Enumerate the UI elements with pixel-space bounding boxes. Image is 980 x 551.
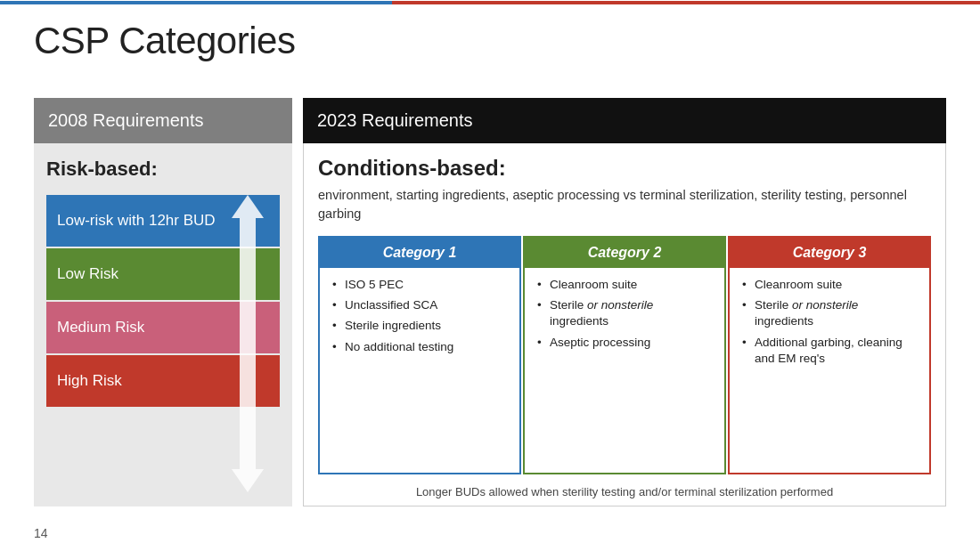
- category-2-body: Cleanroom suite Sterile or nonsterile in…: [525, 268, 724, 473]
- risk-level-medium-label: Medium Risk: [57, 319, 144, 336]
- list-item: Additional garbing, cleaning and EM req'…: [742, 335, 920, 367]
- arrow-up-icon: [232, 195, 264, 218]
- category-1-body: ISO 5 PEC Unclassified SCA Sterile ingre…: [320, 268, 519, 473]
- category-1-list: ISO 5 PEC Unclassified SCA Sterile ingre…: [332, 277, 510, 355]
- blue-accent: [0, 1, 392, 4]
- risk-level-low-12hr-label: Low-risk with 12hr BUD: [57, 212, 216, 230]
- arrow-down-icon: [232, 469, 264, 492]
- list-item: ISO 5 PEC: [332, 277, 510, 293]
- main-content: 2008 Requirements Risk-based: Low-risk w…: [34, 98, 946, 506]
- conditions-description: environment, starting ingredients, asept…: [318, 186, 931, 223]
- arrow-shaft: [240, 218, 256, 469]
- panel-body-2023: Conditions-based: environment, starting …: [303, 143, 946, 506]
- risk-level-high-label: High Risk: [57, 372, 122, 390]
- list-item: Cleanroom suite: [742, 277, 920, 293]
- category-3-list: Cleanroom suite Sterile or nonsterile in…: [742, 277, 920, 367]
- risk-level-low-label: Low Risk: [57, 265, 118, 283]
- list-item: Sterile or nonsterile ingredients: [742, 297, 920, 329]
- red-accent: [392, 1, 980, 4]
- left-panel-2008: 2008 Requirements Risk-based: Low-risk w…: [34, 98, 292, 506]
- page-title: CSP Categories: [34, 20, 295, 62]
- top-accent-bar: [0, 0, 980, 5]
- page-number: 14: [34, 526, 48, 540]
- list-item: Unclassified SCA: [332, 297, 510, 313]
- bidirectional-arrow: [232, 195, 264, 492]
- categories-row: Category 1 ISO 5 PEC Unclassified SCA St…: [318, 236, 931, 474]
- panel-body-2008: Risk-based: Low-risk with 12hr BUD Low R…: [34, 143, 292, 506]
- list-item: Sterile ingredients: [332, 318, 510, 334]
- list-item: Cleanroom suite: [537, 277, 715, 293]
- category-2-list: Cleanroom suite Sterile or nonsterile in…: [537, 277, 715, 351]
- list-item: No additional testing: [332, 339, 510, 355]
- footer-note: Longer BUDs allowed when sterility testi…: [318, 482, 931, 498]
- panel-header-2008: 2008 Requirements: [34, 98, 292, 143]
- panel-header-2023: 2023 Requirements: [303, 98, 946, 143]
- risk-levels: Low-risk with 12hr BUD Low Risk Medium R…: [46, 195, 280, 492]
- category-3-body: Cleanroom suite Sterile or nonsterile in…: [730, 268, 929, 473]
- category-2-col: Category 2 Cleanroom suite Sterile or no…: [523, 236, 726, 474]
- risk-based-label: Risk-based:: [46, 158, 280, 181]
- list-item: Aseptic processing: [537, 335, 715, 351]
- category-3-col: Category 3 Cleanroom suite Sterile or no…: [728, 236, 931, 474]
- category-1-header: Category 1: [320, 238, 519, 268]
- category-2-header: Category 2: [525, 238, 724, 268]
- conditions-title: Conditions-based:: [318, 156, 931, 181]
- category-1-col: Category 1 ISO 5 PEC Unclassified SCA St…: [318, 236, 521, 474]
- list-item: Sterile or nonsterile ingredients: [537, 297, 715, 329]
- right-panel-2023: 2023 Requirements Conditions-based: envi…: [303, 98, 946, 506]
- category-3-header: Category 3: [730, 238, 929, 268]
